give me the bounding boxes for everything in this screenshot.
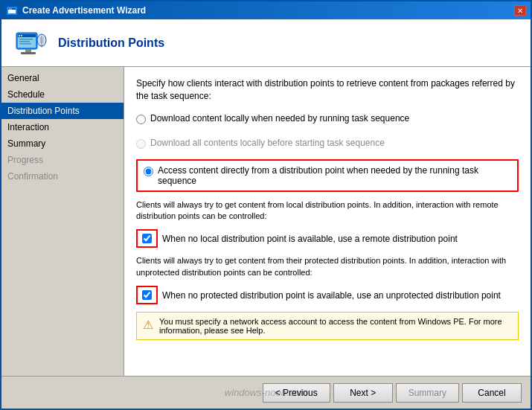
sidebar-item-interaction[interactable]: Interaction — [1, 119, 124, 135]
radio-input-3[interactable] — [144, 167, 153, 176]
radio-option-3: Access content directly from a distribut… — [136, 159, 519, 192]
checkbox-1-highlight — [136, 229, 158, 248]
close-button[interactable]: ✕ — [514, 5, 526, 16]
checkbox-1-row: When no local distribution point is avai… — [136, 229, 519, 248]
svg-rect-11 — [19, 41, 30, 42]
radio-label-3: Access content directly from a distribut… — [158, 165, 511, 186]
wizard-window: Create Advertisement Wizard ✕ Distributi… — [0, 0, 532, 410]
checkbox-1-label: When no local distribution point is avai… — [162, 234, 458, 244]
svg-rect-12 — [19, 43, 31, 45]
sidebar-item-progress: Progress — [1, 152, 124, 168]
radio-label-1: Download content locally when needed by … — [150, 113, 409, 124]
svg-rect-13 — [25, 49, 31, 52]
cancel-button[interactable]: Cancel — [462, 383, 522, 403]
next-button[interactable]: Next > — [333, 383, 393, 403]
svg-rect-14 — [21, 52, 36, 54]
svg-point-8 — [19, 35, 20, 36]
radio-input-1[interactable] — [136, 115, 146, 124]
summary-button[interactable]: Summary — [396, 383, 459, 403]
footer: < Previous Next > Summary Cancel — [1, 376, 531, 409]
title-bar-text: Create Advertisement Wizard — [22, 5, 146, 16]
svg-point-3 — [9, 8, 10, 9]
note-1: Clients will always try to get content f… — [136, 199, 519, 222]
sidebar-item-schedule[interactable]: Schedule — [1, 86, 124, 103]
radio-label-2: Download all contents locally before sta… — [150, 138, 385, 148]
title-bar: Create Advertisement Wizard ✕ — [1, 1, 531, 19]
sidebar-item-distribution-points[interactable]: Distribution Points — [1, 103, 124, 119]
radio-option-2: Download all contents locally before sta… — [136, 135, 519, 152]
content-area: Specify how clients interact with distri… — [124, 67, 531, 376]
warning-box: ⚠ You must specify a network access acco… — [136, 312, 519, 340]
svg-point-4 — [10, 8, 11, 9]
checkbox-2-highlight — [136, 286, 158, 304]
checkbox-1-input[interactable] — [142, 234, 152, 243]
radio-option-1: Download content locally when needed by … — [136, 110, 519, 127]
svg-rect-10 — [19, 39, 33, 40]
wizard-header: Distribution Points — [1, 19, 531, 67]
radio-input-2 — [136, 139, 146, 149]
warning-icon: ⚠ — [143, 318, 153, 332]
main-content: General Schedule Distribution Points Int… — [1, 67, 531, 376]
title-bar-left: Create Advertisement Wizard — [6, 4, 146, 16]
note-2: Clients will always try to get content f… — [136, 255, 519, 278]
sidebar: General Schedule Distribution Points Int… — [1, 67, 124, 376]
svg-rect-7 — [18, 34, 36, 37]
sidebar-item-summary[interactable]: Summary — [1, 135, 124, 152]
header-title: Distribution Points — [58, 36, 164, 50]
description-text: Specify how clients interact with distri… — [136, 77, 519, 103]
svg-point-9 — [21, 35, 22, 36]
sidebar-item-general[interactable]: General — [1, 70, 124, 86]
sidebar-item-confirmation: Confirmation — [1, 168, 124, 185]
header-icon — [13, 25, 49, 61]
checkbox-2-input[interactable] — [142, 290, 152, 300]
checkbox-2-row: When no protected distribution point is … — [136, 286, 519, 304]
warning-text: You must specify a network access accoun… — [159, 317, 512, 335]
checkbox-2-label: When no protected distribution point is … — [162, 290, 501, 301]
wizard-icon — [6, 4, 18, 16]
previous-button[interactable]: < Previous — [263, 383, 330, 403]
